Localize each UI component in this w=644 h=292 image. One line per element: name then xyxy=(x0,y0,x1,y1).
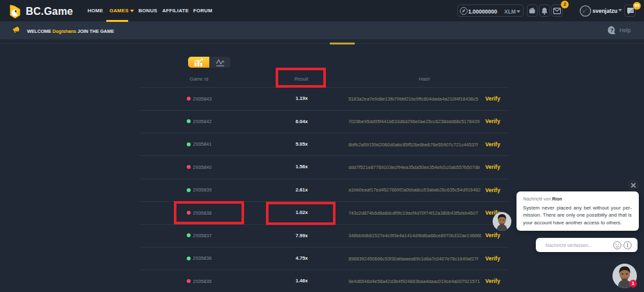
svg-text:?: ? xyxy=(610,27,614,34)
